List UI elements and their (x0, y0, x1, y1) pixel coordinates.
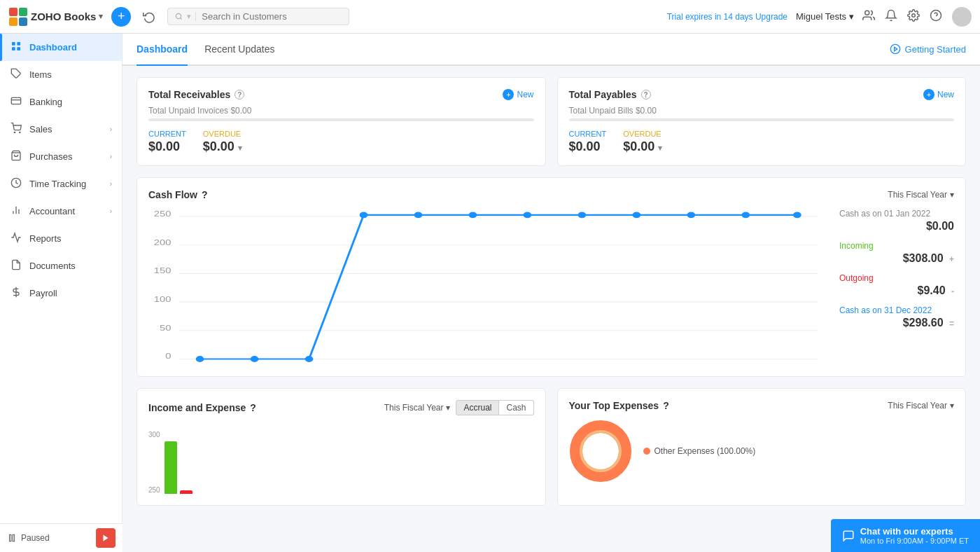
overdue-dropdown-arrow[interactable]: ▾ (238, 144, 242, 152)
svg-line-5 (181, 18, 182, 20)
getting-started-button[interactable]: Getting Started (890, 34, 966, 64)
svg-rect-2 (9, 18, 18, 26)
user-menu[interactable]: Miguel Tests ▾ (796, 11, 854, 22)
accrual-button[interactable]: Accrual (456, 400, 499, 415)
chart-dot-may (414, 212, 423, 218)
add-button[interactable]: + (111, 7, 131, 27)
chat-widget[interactable]: Chat with our experts Mon to Fri 9:00AM … (831, 519, 980, 552)
cashflow-help[interactable]: ? (202, 189, 208, 200)
sales-icon (10, 123, 22, 136)
payables-current-value: $0.00 (569, 139, 607, 154)
cash-button[interactable]: Cash (499, 400, 533, 415)
cashflow-svg: 0 50 100 150 200 250 (148, 209, 828, 363)
svg-point-6 (865, 11, 869, 15)
accountant-chevron: › (110, 207, 112, 215)
income-expense-filter[interactable]: This Fiscal Year ▾ (384, 403, 451, 413)
top-expenses-filter[interactable]: This Fiscal Year ▾ (888, 401, 954, 410)
help-icon[interactable] (930, 9, 942, 25)
chart-dot-apr (360, 212, 368, 218)
svg-rect-11 (17, 42, 20, 46)
sidebar-item-banking[interactable]: Banking (0, 88, 122, 116)
top-cards-row: Total Receivables ? + New Total Unpaid I… (136, 77, 966, 166)
play-icon (102, 534, 110, 542)
chart-dot-nov (741, 212, 750, 218)
other-expenses-dot (643, 448, 650, 455)
income-y-labels: 300 250 (148, 431, 160, 494)
avatar[interactable] (952, 7, 972, 27)
receivables-overdue-label: OVERDUE (203, 130, 242, 138)
svg-point-64 (576, 427, 625, 476)
outgoing-value: $9.40 - (839, 284, 954, 297)
cashflow-filter-arrow: ▾ (950, 190, 954, 200)
sidebar-item-dashboard[interactable]: Dashboard (0, 34, 122, 61)
svg-text:250: 250 (154, 209, 172, 219)
svg-point-17 (14, 132, 15, 132)
dashboard-icon (10, 41, 22, 54)
sidebar-label-dashboard: Dashboard (29, 42, 77, 53)
payables-amounts: CURRENT $0.00 OVERDUE $0.00 ▾ (569, 130, 955, 154)
time-tracking-icon (10, 177, 22, 191)
top-expenses-help[interactable]: ? (663, 400, 669, 411)
payables-new-button[interactable]: + New (923, 89, 954, 100)
sidebar-label-banking: Banking (29, 97, 62, 107)
app-logo[interactable]: ZOHO Books ▾ (8, 7, 103, 27)
play-button[interactable] (96, 528, 115, 548)
receivables-title: Total Receivables ? (148, 89, 244, 100)
payables-current-label: CURRENT (569, 130, 607, 138)
search-icon (175, 12, 183, 21)
cashflow-content: 0 50 100 150 200 250 (148, 209, 954, 365)
sidebar-item-items[interactable]: Items (0, 61, 122, 88)
sidebar-item-accountant[interactable]: Accountant › (0, 198, 122, 225)
payables-overdue-dropdown[interactable]: ▾ (658, 144, 662, 152)
other-expenses-label: Other Expenses (100.00%) (654, 446, 756, 456)
payables-help[interactable]: ? (641, 90, 651, 99)
tab-recent-updates[interactable]: Recent Updates (204, 34, 274, 66)
users-icon[interactable] (862, 9, 875, 25)
bottom-cards-row: Income and Expense ? This Fiscal Year ▾ … (136, 388, 966, 506)
app-name: ZOHO Books (31, 11, 96, 22)
cash-end-stat: Cash as on 31 Dec 2022 $298.60 = (839, 305, 954, 329)
history-button[interactable] (139, 7, 159, 27)
sidebar-item-reports[interactable]: Reports (0, 225, 122, 252)
settings-icon[interactable] (907, 9, 920, 25)
expense-bar-1 (180, 490, 192, 494)
sidebar-label-sales: Sales (29, 124, 52, 134)
income-bar-1 (164, 441, 177, 494)
paused-button[interactable]: Paused (7, 533, 50, 543)
svg-point-7 (912, 13, 916, 17)
cashflow-chart: 0 50 100 150 200 250 (148, 209, 828, 365)
sidebar-label-payroll: Payroll (29, 288, 57, 298)
cashflow-filter[interactable]: This Fiscal Year ▾ (888, 190, 954, 200)
svg-rect-10 (12, 42, 15, 46)
time-tracking-chevron: › (110, 180, 112, 188)
search-bar[interactable]: ▾ (167, 8, 349, 25)
income-expense-title: Income and Expense ? (148, 402, 256, 413)
income-bars (164, 431, 192, 494)
receivables-help[interactable]: ? (234, 90, 244, 99)
sidebar-item-purchases[interactable]: Purchases › (0, 143, 122, 170)
topbar-icons (862, 7, 972, 27)
outgoing-label: Outgoing (839, 273, 954, 283)
receivables-new-button[interactable]: + New (503, 89, 533, 100)
svg-rect-66 (10, 534, 11, 541)
svg-text:50: 50 (160, 324, 171, 333)
sidebar: Dashboard Items Banking Sales › Purcha (0, 34, 122, 552)
top-expenses-title: Your Top Expenses ? (569, 400, 669, 411)
notifications-icon[interactable] (885, 9, 897, 25)
top-expenses-content: Other Expenses (100.00%) (569, 420, 955, 483)
sidebar-item-payroll[interactable]: Payroll (0, 280, 122, 307)
sidebar-item-time-tracking[interactable]: Time Tracking › (0, 170, 122, 198)
search-input[interactable] (202, 11, 342, 22)
chart-dot-mar (305, 356, 314, 362)
sidebar-item-sales[interactable]: Sales › (0, 116, 122, 143)
upgrade-link[interactable]: Upgrade (755, 12, 788, 22)
incoming-stat: Incoming $308.00 + (839, 241, 954, 265)
app-chevron[interactable]: ▾ (99, 12, 103, 21)
sidebar-label-purchases: Purchases (29, 151, 72, 162)
tab-dashboard[interactable]: Dashboard (136, 34, 188, 66)
total-payables-card: Total Payables ? + New Total Unpaid Bill… (557, 77, 967, 166)
sidebar-item-documents[interactable]: Documents (0, 252, 122, 280)
income-expense-help[interactable]: ? (250, 402, 256, 413)
incoming-label: Incoming (839, 241, 954, 251)
cashflow-stats: Cash as on 01 Jan 2022 $0.00 Incoming $3… (828, 209, 954, 365)
